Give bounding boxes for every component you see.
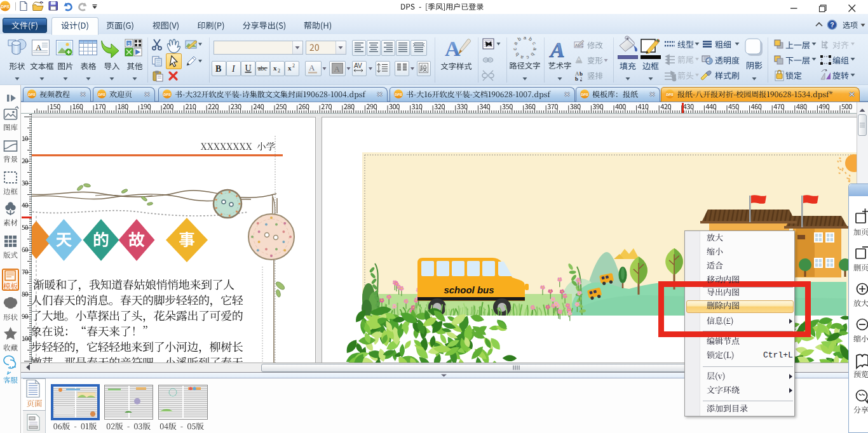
svg-text:school bus: school bus [444,284,494,295]
